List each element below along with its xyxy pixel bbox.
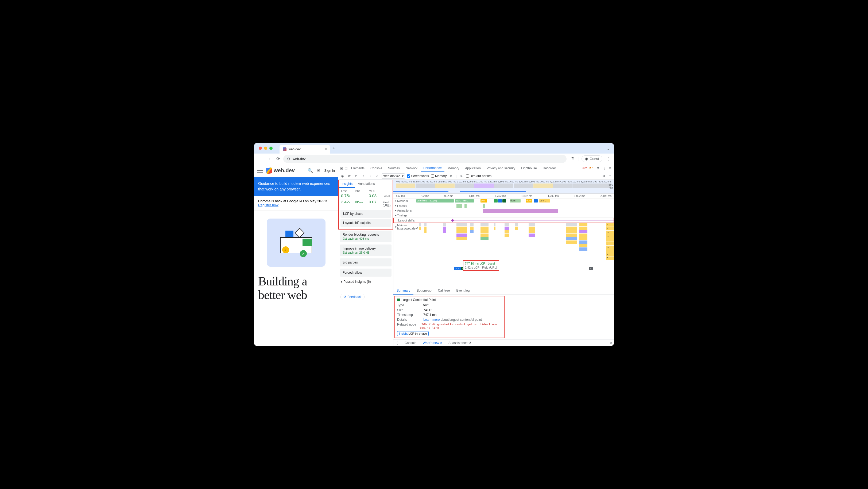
insight-render-blocking[interactable]: Render blocking requests Est savings: 40…: [340, 231, 392, 242]
site-info-icon[interactable]: ⚙: [287, 157, 290, 161]
drawer-close-button[interactable]: ×: [610, 341, 612, 345]
track-animations[interactable]: ▸ Animations: [393, 208, 614, 213]
website-pane: web.dev 🔍 ☀ Sign in Guidance to build mo…: [254, 164, 338, 346]
feedback-button[interactable]: ⚗ Feedback: [340, 294, 365, 300]
track-main[interactable]: ▾ Main — https://web.dev/: [393, 223, 614, 271]
tab-network[interactable]: Network: [403, 165, 420, 172]
tab-recorder[interactable]: Recorder: [540, 165, 559, 172]
gc-button[interactable]: 🗑: [449, 174, 454, 178]
close-tab-button[interactable]: ×: [325, 147, 327, 151]
drawer-ai-tab[interactable]: AI assistance ⚗: [447, 340, 473, 346]
perf-settings-icon[interactable]: ⚙: [601, 174, 606, 178]
site-logo[interactable]: web.dev: [266, 168, 295, 174]
url-input[interactable]: ⚙ web.dev: [283, 155, 566, 163]
device-icon[interactable]: ⬚: [344, 166, 348, 171]
browser-window: web.dev × + ⌄ ← → ⟳ ⚙ web.dev ⚗ | ◉ Gues…: [254, 143, 614, 346]
minimize-window-button[interactable]: [264, 147, 267, 150]
lcp-color-icon: [397, 298, 400, 301]
dim3rd-checkbox[interactable]: Dim 3rd parties: [466, 174, 492, 178]
tune-icon[interactable]: ⇅: [459, 174, 464, 178]
download-button[interactable]: ↓: [368, 174, 373, 178]
time-ruler[interactable]: 592 ms792 ms992 ms1,192 ms1,392 ms1,592 …: [393, 194, 614, 199]
back-button[interactable]: ←: [256, 155, 264, 163]
tab-console[interactable]: Console: [368, 165, 385, 172]
devtools-pane: ▣ ⬚ Elements Console Sources Network Per…: [338, 164, 614, 346]
insight-layout-culprits[interactable]: Layout shift culprits: [340, 219, 391, 227]
theme-toggle-icon[interactable]: ☀: [317, 168, 320, 173]
related-node-link[interactable]: h3#building-a-better-web-together.hide-f…: [420, 323, 502, 329]
tabs-dropdown-button[interactable]: ⌄: [604, 145, 612, 152]
calltree-tab[interactable]: Call tree: [435, 287, 453, 294]
insights-tab[interactable]: Insights: [339, 180, 355, 188]
forward-button[interactable]: →: [265, 155, 273, 163]
drawer-whatsnew-tab[interactable]: What's new ×: [421, 340, 444, 346]
tab-memory[interactable]: Memory: [445, 165, 462, 172]
close-devtools-button[interactable]: ×: [609, 166, 612, 171]
favicon-icon: [283, 147, 286, 151]
learn-more-link[interactable]: Learn more: [423, 318, 440, 321]
menu-button[interactable]: [257, 168, 263, 174]
tab-privacy[interactable]: Privacy and security: [484, 165, 518, 172]
upload-button[interactable]: ↑: [361, 174, 366, 178]
url-text: web.dev: [292, 157, 306, 161]
home-button[interactable]: ⌂: [375, 174, 379, 178]
insight-lcp-phase[interactable]: LCP by phase: [340, 210, 391, 218]
person-icon: ◉: [585, 157, 588, 161]
tab-strip: web.dev × + ⌄: [254, 143, 614, 153]
drawer-console-tab[interactable]: Console: [403, 340, 418, 346]
register-link[interactable]: Register now: [258, 203, 278, 207]
overview-ruler[interactable]: 492 ms592 ms692 ms792 ms892 ms992 ms1,09…: [393, 180, 614, 194]
profile-button[interactable]: ◉ Guest: [582, 155, 602, 162]
record-button[interactable]: ◉: [340, 174, 345, 178]
track-layout-shifts[interactable]: Layout shifts: [393, 218, 614, 223]
metrics-field-row: 2.42s 66ms 0.07 Field (URL): [339, 200, 393, 209]
insight-forced-reflow[interactable]: Forced reflow: [340, 268, 392, 277]
browser-tab[interactable]: web.dev ×: [280, 145, 330, 153]
tab-application[interactable]: Application: [462, 165, 484, 172]
logo-icon: [266, 167, 273, 174]
close-window-button[interactable]: [259, 147, 262, 150]
performance-toolbar: ◉ ⟳ ⊘ ↑ ↓ ⌂ web.dev #2 ▾ Screenshots Mem…: [338, 172, 614, 180]
tab-lighthouse[interactable]: Lighthouse: [519, 165, 539, 172]
track-frames[interactable]: ▸ Frames: [393, 203, 614, 208]
drawer-menu-icon[interactable]: ⋮: [396, 341, 400, 345]
tab-performance[interactable]: Performance: [421, 165, 444, 172]
warning-badge[interactable]: ⚑1: [589, 166, 594, 170]
eventlog-tab[interactable]: Event log: [453, 287, 473, 294]
search-icon[interactable]: 🔍: [308, 168, 313, 173]
site-header: web.dev 🔍 ☀ Sign in: [254, 164, 338, 177]
passed-insights-toggle[interactable]: ▸ Passed insights (6): [338, 278, 393, 286]
tracks-container[interactable]: ▸ Network ome-blue_720.png ature_480... …: [393, 199, 614, 287]
devtools-tabs: ▣ ⬚ Elements Console Sources Network Per…: [338, 164, 614, 172]
browser-menu-button[interactable]: ⋮: [604, 155, 612, 163]
settings-icon[interactable]: ⚙: [596, 166, 600, 171]
inspect-icon[interactable]: ▣: [339, 166, 343, 171]
insight-image-delivery[interactable]: Improve image delivery Est savings: 25.0…: [340, 244, 392, 256]
track-timings[interactable]: ▸ Timings: [393, 213, 614, 218]
screenshots-checkbox[interactable]: Screenshots: [407, 174, 429, 178]
summary-tab[interactable]: Summary: [393, 287, 413, 294]
recording-select[interactable]: web.dev #2 ▾: [382, 173, 405, 179]
signin-link[interactable]: Sign in: [324, 169, 335, 173]
window-controls: [256, 147, 275, 150]
tab-elements[interactable]: Elements: [348, 165, 367, 172]
memory-checkbox[interactable]: Memory: [431, 174, 446, 178]
annotations-tab[interactable]: Annotations: [355, 180, 377, 188]
track-network[interactable]: ▸ Network ome-blue_720.png ature_480... …: [393, 199, 614, 203]
tab-title: web.dev: [289, 147, 301, 151]
insight-3rd-parties[interactable]: 3rd parties: [340, 258, 392, 266]
bottomup-tab[interactable]: Bottom-up: [413, 287, 435, 294]
reload-button[interactable]: ⟳: [274, 155, 282, 163]
more-icon[interactable]: ⋮: [602, 166, 607, 171]
maximize-window-button[interactable]: [269, 147, 273, 150]
tab-sources[interactable]: Sources: [385, 165, 402, 172]
clear-button[interactable]: ⊘: [354, 174, 359, 178]
error-badge[interactable]: ⊗2: [582, 166, 587, 170]
labs-icon[interactable]: ⚗: [569, 155, 576, 163]
l-marker: L: [589, 267, 593, 270]
reload-record-button[interactable]: ⟳: [347, 174, 352, 178]
insight-chip[interactable]: Insight LCP by phase: [397, 331, 429, 336]
hero-heading: Building a better web: [254, 272, 338, 305]
new-tab-button[interactable]: +: [333, 146, 335, 151]
help-icon[interactable]: ?: [608, 174, 613, 178]
